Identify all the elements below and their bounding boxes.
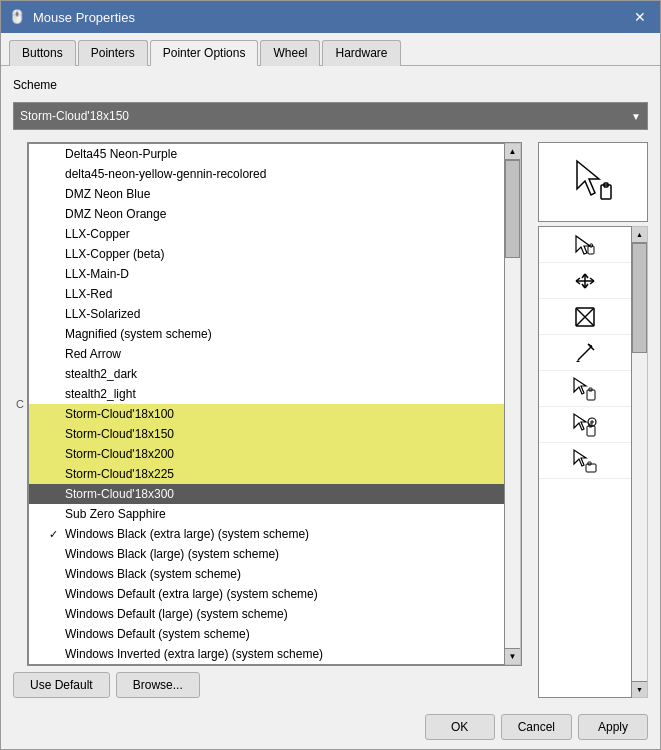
scheme-label: Scheme bbox=[13, 78, 648, 92]
window-title: Mouse Properties bbox=[33, 10, 628, 25]
cursor-icon-5 bbox=[572, 376, 598, 402]
list-item-label: Windows Default (system scheme) bbox=[65, 627, 250, 641]
list-item[interactable]: Storm-Cloud'18x150 bbox=[29, 424, 504, 444]
list-item-label: Storm-Cloud'18x225 bbox=[65, 467, 174, 481]
close-button[interactable]: ✕ bbox=[628, 7, 652, 27]
cursor-icon-7 bbox=[572, 448, 598, 474]
ok-button[interactable]: OK bbox=[425, 714, 495, 740]
scroll-thumb[interactable] bbox=[505, 160, 520, 258]
list-item-label: stealth2_light bbox=[65, 387, 136, 401]
list-item[interactable]: Storm-Cloud'18x200 bbox=[29, 444, 504, 464]
list-item-label: Magnified (system scheme) bbox=[65, 327, 212, 341]
cursor-icon-6 bbox=[572, 412, 598, 438]
list-item[interactable]: LLX-Copper bbox=[29, 224, 504, 244]
tab-bar: Buttons Pointers Pointer Options Wheel H… bbox=[1, 33, 660, 66]
cursor-row-4 bbox=[539, 335, 631, 371]
cursor-icon-2 bbox=[574, 272, 596, 290]
right-cursor-scrollbar[interactable]: ▲ ▼ bbox=[632, 226, 648, 698]
list-item-label: Windows Black (large) (system scheme) bbox=[65, 547, 279, 561]
list-item[interactable]: ✓Windows Black (extra large) (system sch… bbox=[29, 524, 504, 544]
scheme-row: Storm-Cloud'18x150 bbox=[13, 102, 648, 130]
scroll-track bbox=[505, 160, 520, 648]
cursor-row-5 bbox=[539, 371, 631, 407]
main-area: C Delta45 Neon-Purpledelta45-neon-yellow… bbox=[13, 142, 648, 698]
list-item[interactable]: Storm-Cloud'18x300 bbox=[29, 484, 504, 504]
right-scroll-track bbox=[632, 243, 647, 681]
list-item[interactable]: Windows Default (system scheme) bbox=[29, 624, 504, 644]
svg-line-19 bbox=[578, 346, 592, 360]
cursor-row-1 bbox=[539, 227, 631, 263]
cursor-icon-1 bbox=[574, 234, 596, 256]
right-scroll-up[interactable]: ▲ bbox=[632, 227, 647, 243]
cursor-icon-3 bbox=[574, 306, 596, 328]
list-item-label: Storm-Cloud'18x150 bbox=[65, 427, 174, 441]
tab-wheel[interactable]: Wheel bbox=[260, 40, 320, 66]
list-item[interactable]: Red Arrow bbox=[29, 344, 504, 364]
list-item-label: DMZ Neon Blue bbox=[65, 187, 150, 201]
list-item[interactable]: LLX-Red bbox=[29, 284, 504, 304]
list-item-label: LLX-Copper (beta) bbox=[65, 247, 164, 261]
scheme-select[interactable]: Storm-Cloud'18x150 bbox=[13, 102, 648, 130]
scroll-down-button[interactable]: ▼ bbox=[505, 648, 520, 664]
dropdown-list[interactable]: Delta45 Neon-Purpledelta45-neon-yellow-g… bbox=[28, 143, 505, 665]
footer-right-buttons: OK Cancel Apply bbox=[425, 714, 648, 740]
list-item[interactable]: Windows Inverted (extra large) (system s… bbox=[29, 644, 504, 664]
use-default-button[interactable]: Use Default bbox=[13, 672, 110, 698]
list-item[interactable]: LLX-Solarized bbox=[29, 304, 504, 324]
tab-hardware[interactable]: Hardware bbox=[322, 40, 400, 66]
cancel-button[interactable]: Cancel bbox=[501, 714, 572, 740]
tab-buttons[interactable]: Buttons bbox=[9, 40, 76, 66]
cursor-row-6 bbox=[539, 407, 631, 443]
right-scroll-thumb[interactable] bbox=[632, 243, 647, 353]
list-item-label: stealth2_dark bbox=[65, 367, 137, 381]
list-item-label: Windows Black (extra large) (system sche… bbox=[65, 527, 309, 541]
scroll-up-button[interactable]: ▲ bbox=[505, 144, 520, 160]
list-item-label: delta45-neon-yellow-gennin-recolored bbox=[65, 167, 266, 181]
browse-button[interactable]: Browse... bbox=[116, 672, 200, 698]
list-item[interactable]: DMZ Neon Orange bbox=[29, 204, 504, 224]
list-item[interactable]: stealth2_dark bbox=[29, 364, 504, 384]
left-panel: C Delta45 Neon-Purpledelta45-neon-yellow… bbox=[13, 142, 522, 698]
mouse-properties-window: 🖱️ Mouse Properties ✕ Buttons Pointers P… bbox=[0, 0, 661, 750]
action-buttons: Use Default Browse... bbox=[13, 672, 522, 698]
cursor-row-7 bbox=[539, 443, 631, 479]
list-item[interactable]: delta45-neon-yellow-gennin-recolored bbox=[29, 164, 504, 184]
list-item[interactable]: Storm-Cloud'18x225 bbox=[29, 464, 504, 484]
cursor-icon-4 bbox=[574, 342, 596, 364]
list-item-label: DMZ Neon Orange bbox=[65, 207, 166, 221]
list-item[interactable]: Windows Default (large) (system scheme) bbox=[29, 604, 504, 624]
list-scrollbar[interactable]: ▲ ▼ bbox=[505, 143, 521, 665]
title-bar: 🖱️ Mouse Properties ✕ bbox=[1, 1, 660, 33]
tab-pointer-options[interactable]: Pointer Options bbox=[150, 40, 259, 66]
list-item[interactable]: Windows Black (system scheme) bbox=[29, 564, 504, 584]
list-item-label: Storm-Cloud'18x200 bbox=[65, 447, 174, 461]
list-item-label: Storm-Cloud'18x300 bbox=[65, 487, 174, 501]
list-item-label: LLX-Copper bbox=[65, 227, 130, 241]
content-area: Scheme Storm-Cloud'18x150 C Delta45 Neon… bbox=[1, 66, 660, 750]
list-item[interactable]: LLX-Main-D bbox=[29, 264, 504, 284]
dropdown-list-wrapper: Delta45 Neon-Purpledelta45-neon-yellow-g… bbox=[27, 142, 522, 666]
apply-button[interactable]: Apply bbox=[578, 714, 648, 740]
list-item[interactable]: stealth2_light bbox=[29, 384, 504, 404]
list-item-label: LLX-Red bbox=[65, 287, 112, 301]
list-item-label: LLX-Main-D bbox=[65, 267, 129, 281]
preview-cursor-svg bbox=[573, 157, 613, 207]
list-item-label: Storm-Cloud'18x100 bbox=[65, 407, 174, 421]
list-item[interactable]: Windows Black (large) (system scheme) bbox=[29, 544, 504, 564]
svg-marker-22 bbox=[576, 360, 580, 362]
list-item-label: Sub Zero Sapphire bbox=[65, 507, 166, 521]
list-item-label: Delta45 Neon-Purple bbox=[65, 147, 177, 161]
list-item[interactable]: Storm-Cloud'18x100 bbox=[29, 404, 504, 424]
list-item[interactable]: LLX-Copper (beta) bbox=[29, 244, 504, 264]
list-item[interactable]: DMZ Neon Blue bbox=[29, 184, 504, 204]
right-scroll-down[interactable]: ▼ bbox=[632, 681, 647, 697]
right-panel: ▲ ▼ bbox=[538, 142, 648, 698]
list-item-label: Windows Default (extra large) (system sc… bbox=[65, 587, 318, 601]
tab-pointers[interactable]: Pointers bbox=[78, 40, 148, 66]
list-item[interactable]: Windows Default (extra large) (system sc… bbox=[29, 584, 504, 604]
list-item[interactable]: Magnified (system scheme) bbox=[29, 324, 504, 344]
list-item[interactable]: Delta45 Neon-Purple bbox=[29, 144, 504, 164]
list-item[interactable]: Sub Zero Sapphire bbox=[29, 504, 504, 524]
svg-marker-23 bbox=[574, 378, 586, 394]
list-item-check: ✓ bbox=[49, 528, 61, 541]
